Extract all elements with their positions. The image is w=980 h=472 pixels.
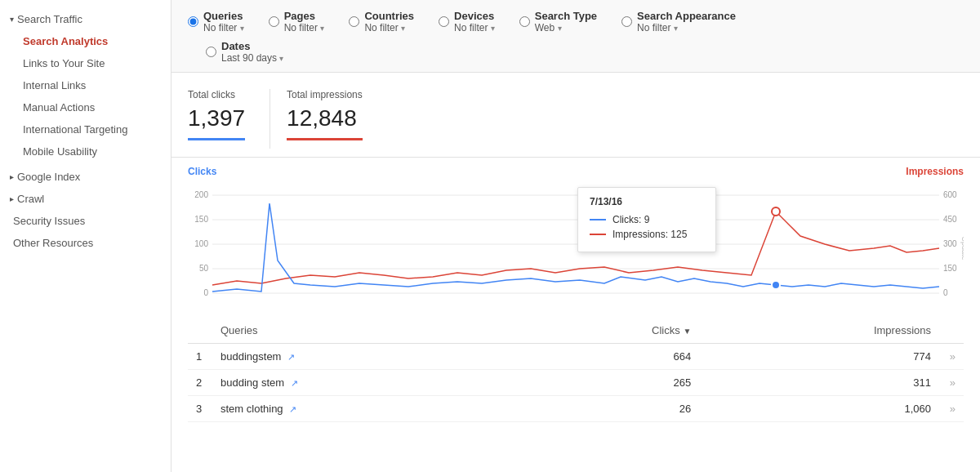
metrics-section: Total clicks 1,397 Total impressions 12,… xyxy=(172,73,980,158)
svg-text:50: 50 xyxy=(199,264,209,273)
filter-pages-label[interactable]: Pages xyxy=(284,10,315,22)
metric-clicks-value: 1,397 xyxy=(188,105,245,131)
external-link-icon[interactable]: ↗ xyxy=(289,404,296,414)
sidebar-item-security-issues[interactable]: Security Issues xyxy=(0,210,171,232)
filter-pages-radio[interactable] xyxy=(269,16,279,27)
chart-container: 200 150 100 50 0 600 450 300 150 0 xyxy=(188,179,964,309)
metric-impressions-label: Total impressions xyxy=(287,89,363,100)
filter-countries-label[interactable]: Countries xyxy=(364,10,414,22)
filter-dates-value[interactable]: Last 90 days ▾ xyxy=(221,52,283,64)
expand-arrow-icon: ▸ xyxy=(10,194,14,203)
th-queries: Queries xyxy=(212,318,518,344)
svg-text:Update: Update xyxy=(960,236,964,260)
filter-search-type: Search Type Web ▾ xyxy=(519,10,597,33)
table-header: Queries Clicks ▼ Impressions xyxy=(188,318,964,344)
expand-arrow-icon: ▾ xyxy=(10,15,14,24)
filter-row-1: Queries No filter ▾ Pages No filter ▾ xyxy=(188,10,964,40)
sidebar-group-crawl[interactable]: ▸ Crawl xyxy=(0,188,171,210)
filter-devices-label[interactable]: Devices xyxy=(454,10,494,22)
sidebar-group-label: Crawl xyxy=(17,193,44,205)
row-num: 3 xyxy=(188,396,212,422)
row-clicks: 26 xyxy=(518,396,699,422)
th-impressions: Impressions xyxy=(699,318,939,344)
filter-devices-sub[interactable]: No filter ▾ xyxy=(454,22,495,33)
svg-text:150: 150 xyxy=(194,215,208,224)
dropdown-arrow-icon: ▾ xyxy=(320,24,324,33)
filter-search-appearance-radio[interactable] xyxy=(621,16,632,27)
filter-pages: Pages No filter ▾ xyxy=(269,10,325,33)
th-actions xyxy=(939,318,964,344)
chart-tooltip: 7/13/16 Clicks: 9 Impressions: 125 xyxy=(577,187,716,252)
row-num: 2 xyxy=(188,370,212,396)
row-query: buddingstem ↗ xyxy=(212,344,518,370)
dropdown-arrow-icon: ▾ xyxy=(401,24,405,33)
sidebar-item-links-to-site[interactable]: Links to Your Site xyxy=(0,52,171,74)
tooltip-impressions-line xyxy=(590,234,606,235)
filter-dates: Dates Last 90 days ▾ xyxy=(206,40,964,64)
table-row: 1 buddingstem ↗ 664 774 » xyxy=(188,344,964,370)
table-area: Queries Clicks ▼ Impressions 1 b xyxy=(172,309,980,430)
chart-svg: 200 150 100 50 0 600 450 300 150 0 xyxy=(188,179,964,309)
filter-countries-radio[interactable] xyxy=(349,16,359,27)
sidebar-item-mobile-usability[interactable]: Mobile Usability xyxy=(0,140,171,163)
sidebar-group-search-traffic[interactable]: ▾ Search Traffic xyxy=(0,8,171,30)
chart-labels: Clicks Impressions xyxy=(188,166,964,177)
svg-text:0: 0 xyxy=(943,288,948,297)
filter-search-type-label[interactable]: Search Type xyxy=(535,10,597,22)
row-impressions: 1,060 xyxy=(699,396,939,422)
table-body: 1 buddingstem ↗ 664 774 » 2 budding stem… xyxy=(188,344,964,422)
filter-bar: Queries No filter ▾ Pages No filter ▾ xyxy=(172,0,980,73)
filter-dates-label[interactable]: Dates xyxy=(221,40,250,52)
external-link-icon[interactable]: ↗ xyxy=(287,352,295,362)
sidebar: ▾ Search Traffic Search Analytics Links … xyxy=(0,0,172,472)
row-action[interactable]: » xyxy=(939,344,964,370)
filter-search-type-radio[interactable] xyxy=(519,16,530,27)
th-clicks[interactable]: Clicks ▼ xyxy=(518,318,699,344)
tooltip-clicks-line xyxy=(590,219,606,220)
row-query: budding stem ↗ xyxy=(212,370,518,396)
filter-countries: Countries No filter ▾ xyxy=(349,10,414,33)
filter-search-type-sub[interactable]: Web ▾ xyxy=(535,22,597,33)
metric-impressions-underline xyxy=(287,138,363,140)
external-link-icon[interactable]: ↗ xyxy=(291,378,298,388)
filter-queries: Queries No filter ▾ xyxy=(188,10,244,33)
sidebar-item-search-analytics[interactable]: Search Analytics xyxy=(0,30,171,52)
filter-dates-radio[interactable] xyxy=(206,47,216,57)
chart-impressions-label: Impressions xyxy=(906,166,964,177)
row-impressions: 774 xyxy=(699,344,939,370)
sidebar-group-google-index[interactable]: ▸ Google Index xyxy=(0,166,171,188)
results-table: Queries Clicks ▼ Impressions 1 b xyxy=(188,318,964,422)
row-num: 1 xyxy=(188,344,212,370)
metric-impressions: Total impressions 12,848 xyxy=(287,89,387,149)
filter-search-appearance-label[interactable]: Search Appearance xyxy=(637,10,736,22)
table-row: 2 budding stem ↗ 265 311 » xyxy=(188,370,964,396)
chart-clicks-label: Clicks xyxy=(188,166,216,177)
sidebar-item-manual-actions[interactable]: Manual Actions xyxy=(0,96,171,118)
filter-pages-sub[interactable]: No filter ▾ xyxy=(284,22,325,33)
row-query: stem clothing ↗ xyxy=(212,396,518,422)
sidebar-item-international-targeting[interactable]: International Targeting xyxy=(0,118,171,140)
sidebar-item-other-resources[interactable]: Other Resources xyxy=(0,232,171,254)
sidebar-item-internal-links[interactable]: Internal Links xyxy=(0,74,171,96)
filter-search-appearance-sub[interactable]: No filter ▾ xyxy=(637,22,736,33)
filter-queries-label[interactable]: Queries xyxy=(203,10,243,22)
tooltip-date: 7/13/16 xyxy=(590,196,704,207)
filter-queries-radio[interactable] xyxy=(188,16,198,27)
metric-clicks-underline xyxy=(188,138,245,140)
tooltip-dot-impressions xyxy=(772,207,780,216)
metric-impressions-value: 12,848 xyxy=(287,105,363,131)
svg-text:600: 600 xyxy=(943,190,957,199)
row-impressions: 311 xyxy=(699,370,939,396)
filter-devices-radio[interactable] xyxy=(439,16,449,27)
dropdown-arrow-icon: ▾ xyxy=(491,24,495,33)
dropdown-arrow-icon: ▾ xyxy=(279,54,283,63)
filter-queries-sub[interactable]: No filter ▾ xyxy=(203,22,244,33)
chart-area: Clicks Impressions 200 150 100 50 0 600 xyxy=(172,158,980,309)
sidebar-group-label: Search Traffic xyxy=(17,13,82,25)
row-action[interactable]: » xyxy=(939,396,964,422)
filter-countries-sub[interactable]: No filter ▾ xyxy=(364,22,414,33)
dropdown-arrow-icon: ▾ xyxy=(240,24,244,33)
row-action[interactable]: » xyxy=(939,370,964,396)
sort-arrow-icon: ▼ xyxy=(683,327,691,336)
tooltip-dot-clicks xyxy=(772,281,780,289)
